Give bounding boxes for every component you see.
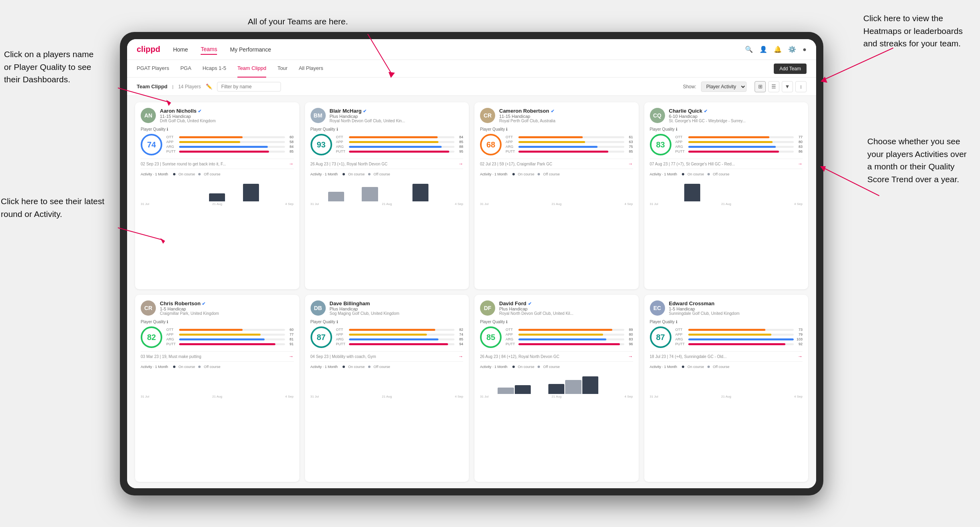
sort-button[interactable]: ↕: [795, 81, 807, 92]
player-card[interactable]: AN Aaron Nicholls ✔ 11-15 Handicap Drift…: [135, 102, 299, 289]
stat-bar-bg: [179, 343, 285, 345]
sub-nav-pga[interactable]: PGA: [180, 60, 191, 78]
filter-button[interactable]: ▼: [782, 81, 793, 92]
show-select[interactable]: Player Activity Quality Trend: [701, 82, 747, 92]
player-card[interactable]: DB Dave Billingham Plus Handicap Sog Mag…: [305, 295, 469, 482]
player-name[interactable]: Dave Billingham: [330, 300, 464, 306]
stat-bar: [688, 146, 776, 148]
last-round[interactable]: 02 Jul 23 | 59 (+17), Craigmillar Park G…: [480, 159, 633, 169]
settings-icon[interactable]: ⚙️: [788, 46, 796, 53]
quality-section[interactable]: 74 OTT 60 APP 58 ARG 84: [141, 134, 294, 155]
quality-circle[interactable]: 82: [141, 326, 162, 348]
arrow-right-icon[interactable]: →: [458, 161, 463, 167]
quality-section[interactable]: 68 OTT 61 APP 63 ARG 75: [480, 134, 633, 155]
player-name[interactable]: Cameron Robertson ✔: [499, 108, 633, 114]
nav-item-performance[interactable]: My Performance: [230, 45, 271, 54]
last-round[interactable]: 26 Aug 23 | 84 (+12), Royal North Devon …: [480, 351, 633, 362]
sub-nav-hcaps[interactable]: Hcaps 1-5: [203, 60, 226, 78]
grid-view-button[interactable]: ⊞: [755, 81, 766, 92]
sub-nav-all-players[interactable]: All Players: [299, 60, 323, 78]
list-view-button[interactable]: ☰: [768, 81, 779, 92]
last-round[interactable]: 07 Aug 23 | 77 (+7), St George's Hill GC…: [650, 159, 803, 169]
stat-bar-bg: [688, 334, 794, 336]
sub-nav-pgat[interactable]: PGAT Players: [137, 60, 169, 78]
stat-label: APP: [166, 332, 177, 336]
stat-value: 86: [795, 149, 803, 153]
off-course-label: Off course: [374, 172, 390, 176]
player-info: Aaron Nicholls ✔ 11-15 Handicap Drift Go…: [160, 108, 294, 123]
stat-bar-bg: [179, 136, 285, 138]
stat-value: 85: [456, 337, 463, 341]
arrow-right-icon[interactable]: →: [628, 354, 633, 359]
avatar: CR: [141, 300, 156, 316]
profile-icon[interactable]: 👤: [759, 46, 767, 53]
filter-input[interactable]: [217, 82, 281, 91]
quality-circle[interactable]: 83: [650, 134, 671, 155]
avatar-icon[interactable]: ●: [803, 46, 807, 53]
player-card[interactable]: CR Cameron Robertson ✔ 11-15 Handicap Ro…: [474, 102, 639, 289]
chart-area: [311, 179, 464, 201]
quality-section[interactable]: 87 OTT 82 APP 74 ARG 85: [311, 326, 464, 348]
arrow-right-icon[interactable]: →: [628, 161, 633, 167]
last-round[interactable]: 02 Sep 23 | Sunrise round to get back in…: [141, 159, 294, 169]
bell-icon[interactable]: 🔔: [774, 46, 782, 53]
sub-nav-tour[interactable]: Tour: [277, 60, 287, 78]
off-course-label: Off course: [713, 365, 729, 369]
player-name[interactable]: Blair McHarg ✔: [330, 108, 464, 114]
player-name[interactable]: Charlie Quick ✔: [669, 108, 803, 114]
off-course-dot: [707, 173, 710, 175]
arrow-right-icon[interactable]: →: [289, 161, 294, 167]
player-name[interactable]: Aaron Nicholls ✔: [160, 108, 294, 114]
player-name[interactable]: Edward Crossman: [669, 300, 803, 306]
player-club: Craigmillar Park, United Kingdom: [160, 311, 294, 316]
add-team-button[interactable]: Add Team: [774, 64, 807, 74]
player-card[interactable]: CQ Charlie Quick ✔ 6-10 Handicap St. Geo…: [644, 102, 809, 289]
card-header: AN Aaron Nicholls ✔ 11-15 Handicap Drift…: [141, 108, 294, 123]
quality-circle[interactable]: 74: [141, 134, 162, 155]
quality-section[interactable]: 93 OTT 84 APP 85 ARG 88: [311, 134, 464, 155]
off-course-label: Off course: [204, 172, 220, 176]
quality-circle[interactable]: 87: [311, 326, 332, 348]
stats-grid: OTT 61 APP 63 ARG 75 PU: [506, 135, 633, 154]
stat-label: APP: [506, 140, 517, 144]
quality-section[interactable]: 82 OTT 60 APP 77 ARG 81: [141, 326, 294, 348]
quality-section[interactable]: 83 OTT 77 APP 80 ARG 83: [650, 134, 803, 155]
stat-value: 80: [626, 332, 633, 336]
quality-section[interactable]: 85 OTT 89 APP 80 ARG 83: [480, 326, 633, 348]
player-card[interactable]: DF David Ford ✔ Plus Handicap Royal Nort…: [474, 295, 639, 482]
search-icon[interactable]: 🔍: [745, 46, 753, 53]
player-name[interactable]: David Ford ✔: [499, 300, 633, 306]
last-round[interactable]: 18 Jul 23 | 74 (+4), Sunningdale GC - Ol…: [650, 351, 803, 362]
chart-label-start: 31 Jul: [141, 395, 149, 398]
chart-bar: [362, 187, 378, 201]
quality-circle[interactable]: 87: [650, 326, 671, 348]
stat-row: APP 80: [506, 332, 633, 336]
quality-label: Player Quality ℹ: [650, 320, 803, 324]
quality-circle[interactable]: 68: [480, 134, 502, 155]
arrow-right-icon[interactable]: →: [289, 354, 294, 359]
sub-nav-team-clippd[interactable]: Team Clippd: [237, 60, 266, 78]
arrow-right-icon[interactable]: →: [798, 354, 803, 359]
last-round-text: 04 Sep 23 | Mobility with coach, Gym: [311, 354, 376, 359]
arrow-right-icon[interactable]: →: [458, 354, 463, 359]
player-card[interactable]: BM Blair McHarg ✔ Plus Handicap Royal No…: [305, 102, 469, 289]
arrow-right-icon[interactable]: →: [798, 161, 803, 167]
last-round[interactable]: 26 Aug 23 | 73 (+1), Royal North Devon G…: [311, 159, 464, 169]
stat-bar-bg: [349, 151, 455, 153]
chart-label-end: 4 Sep: [625, 395, 633, 398]
player-card[interactable]: CR Chris Robertson ✔ 1-5 Handicap Craigm…: [135, 295, 299, 482]
quality-circle[interactable]: 85: [480, 326, 502, 348]
nav-item-teams[interactable]: Teams: [201, 44, 217, 55]
player-name[interactable]: Chris Robertson ✔: [160, 300, 294, 306]
card-header: DB Dave Billingham Plus Handicap Sog Mag…: [311, 300, 464, 316]
nav-item-home[interactable]: Home: [173, 45, 188, 54]
last-round[interactable]: 04 Sep 23 | Mobility with coach, Gym →: [311, 351, 464, 362]
edit-icon[interactable]: ✏️: [206, 84, 212, 89]
player-card[interactable]: EC Edward Crossman 1-5 Handicap Sunningd…: [644, 295, 809, 482]
quality-section[interactable]: 87 OTT 73 APP 79 ARG 10: [650, 326, 803, 348]
stats-grid: OTT 73 APP 79 ARG 103 P: [675, 328, 803, 347]
off-course-dot: [198, 173, 201, 175]
last-round[interactable]: 03 Mar 23 | 19, Must make putting →: [141, 351, 294, 362]
verified-icon: ✔: [363, 109, 367, 113]
quality-circle[interactable]: 93: [311, 134, 332, 155]
